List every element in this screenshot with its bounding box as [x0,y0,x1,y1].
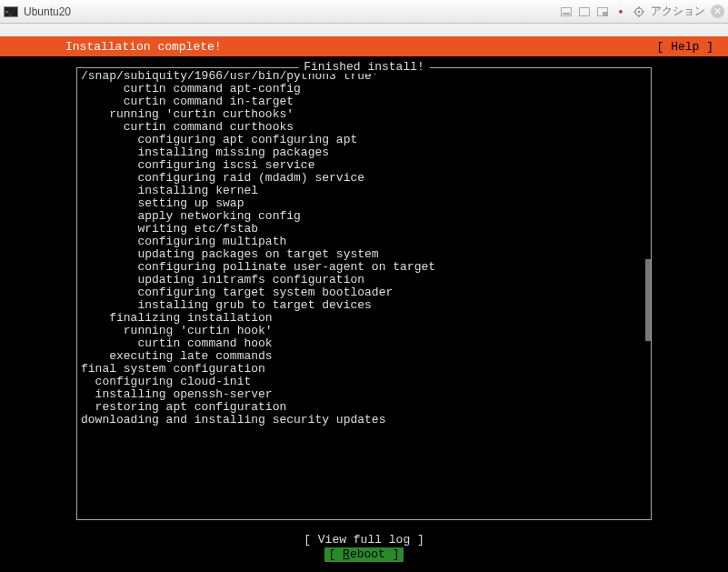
svg-rect-4 [580,7,590,15]
svg-point-8 [638,10,640,12]
record-icon[interactable]: ● [614,5,627,18]
install-log-lines: /snap/subiquity/1966/usr/bin/python3 tru… [81,68,647,426]
send-keys-icon[interactable] [560,5,573,18]
view-full-log-button[interactable]: [ View full log ] [300,533,428,547]
terminal-area: Installation complete! [ Help ] Finished… [0,36,728,572]
gear-icon[interactable] [633,5,645,18]
installer-header: Installation complete! [ Help ] [0,36,728,56]
help-button[interactable]: [ Help ] [657,40,713,54]
reboot-button[interactable]: [ Reboot ] [324,547,403,562]
close-icon[interactable]: ✕ [711,5,724,18]
titlebar-controls: ● アクション ✕ [560,5,724,18]
fullscreen-icon[interactable] [596,5,609,18]
log-scrollbar[interactable] [645,259,651,341]
installer-title: Installation complete! [65,40,222,54]
svg-text:>_: >_ [5,8,13,15]
install-log-box: Finished install! /snap/subiquity/1966/u… [76,67,652,520]
svg-rect-6 [603,12,607,15]
pip-icon[interactable] [578,5,591,18]
window-title: Ubuntu20 [24,5,71,18]
action-area: [ View full log ] [ Reboot ] [76,533,652,562]
svg-rect-3 [563,13,570,15]
action-menu-label[interactable]: アクション [651,5,705,18]
vm-console-icon: >_ [4,5,18,18]
log-box-title: Finished install! [298,60,430,74]
svg-rect-2 [562,7,572,15]
window-titlebar: >_ Ubuntu20 ● アクション ✕ [0,0,728,24]
install-area: Finished install! /snap/subiquity/1966/u… [0,56,728,562]
